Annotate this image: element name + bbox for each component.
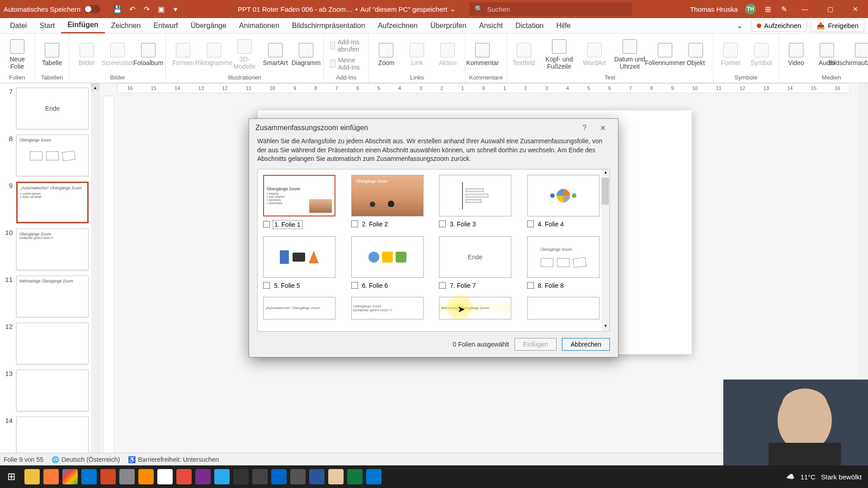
- slide-checkbox[interactable]: [527, 282, 534, 289]
- dialog-slide-thumb[interactable]: [439, 175, 511, 216]
- slide-info[interactable]: Folie 9 von 55: [4, 456, 43, 463]
- slide-thumb-8[interactable]: 8 Übergänge Zoom: [2, 132, 97, 179]
- aufzeichnen-button[interactable]: Aufzeichnen: [751, 19, 807, 32]
- taskbar-app-7[interactable]: [328, 469, 344, 484]
- freigeben-button[interactable]: 📤Freigeben: [811, 19, 864, 32]
- dialog-slide-item[interactable]: Übergänge Zoom8. Folie 8: [527, 236, 604, 290]
- dropdown-icon[interactable]: ▾: [171, 5, 180, 14]
- slide-checkbox[interactable]: [439, 282, 446, 289]
- dialog-slide-item[interactable]: 4. Folie 4: [527, 175, 604, 229]
- accessibility-status[interactable]: ♿Barrierefreiheit: Untersuchen: [128, 456, 219, 463]
- video-button[interactable]: Video: [783, 35, 810, 74]
- tools-icon-2[interactable]: ✎: [779, 5, 788, 14]
- slide-thumb-10[interactable]: 10 Übergänge ZoomEinfacher geht's nicht …: [2, 226, 97, 273]
- slide-thumb-7[interactable]: 7 Ende: [2, 85, 97, 132]
- slide-thumb-12[interactable]: 12: [2, 320, 97, 367]
- dialog-slide-item[interactable]: Übergänge ZoomEinfacher geht's nicht !?: [351, 297, 429, 319]
- dialog-slide-thumb[interactable]: Übergänge Zoom• Header• Get Started• Sec…: [263, 175, 335, 216]
- windows-taskbar[interactable]: ⊞ ☁️ 11°C Stark bewölkt: [0, 465, 868, 488]
- slideshow-icon[interactable]: ▣: [156, 5, 165, 14]
- taskbar-app-3[interactable]: [176, 469, 192, 484]
- minimize-button[interactable]: —: [796, 0, 814, 18]
- dialog-slide-thumb[interactable]: Übergänge Zoom: [351, 175, 424, 216]
- taskbar-explorer[interactable]: [24, 469, 40, 484]
- chevron-down-icon[interactable]: ⌄: [450, 5, 456, 13]
- taskbar-excel[interactable]: [347, 469, 363, 484]
- taskbar-app-6[interactable]: [290, 469, 306, 484]
- dialog-slide-thumb[interactable]: [263, 236, 335, 278]
- maximize-button[interactable]: ▢: [821, 0, 839, 18]
- taskbar-app-1[interactable]: [119, 469, 135, 484]
- comment-button[interactable]: Kommentar: [469, 35, 496, 74]
- zoom-button[interactable]: Zoom: [373, 35, 400, 74]
- scroll-up-icon[interactable]: ▴: [91, 83, 99, 91]
- tab-einfuegen[interactable]: Einfügen: [61, 18, 104, 33]
- save-icon[interactable]: 💾: [113, 5, 122, 14]
- dialog-slide-item[interactable]: Übergänge Zoom• Header• Get Started• Sec…: [263, 175, 340, 229]
- smartart-button[interactable]: SmartArt: [262, 35, 289, 74]
- collapse-ribbon-icon[interactable]: ⌄: [732, 22, 747, 30]
- slide-thumb-9[interactable]: 9 „Automatischer" Übergänge Zoom• Lorem …: [2, 179, 97, 226]
- taskbar-telegram[interactable]: [214, 469, 230, 484]
- tab-ansicht[interactable]: Ansicht: [473, 18, 509, 33]
- slide-checkbox[interactable]: [263, 221, 270, 228]
- icons-button[interactable]: Piktogramme: [200, 35, 227, 74]
- slide-checkbox[interactable]: [351, 282, 358, 289]
- action-button[interactable]: Aktion: [434, 35, 461, 74]
- tab-datei[interactable]: Datei: [4, 18, 33, 33]
- screenrecord-button[interactable]: Bildschirmaufzeichnung: [844, 35, 868, 74]
- panel-scrollbar[interactable]: ▴ ▾: [91, 83, 99, 465]
- dialog-slide-item[interactable]: 6. Folie 6: [351, 236, 429, 290]
- slide-thumb-11[interactable]: 11 Mehrseitige Übergänge Zoom: [2, 273, 97, 320]
- equation-button[interactable]: Formel: [717, 35, 744, 74]
- shapes-button[interactable]: Formen: [170, 35, 197, 74]
- user-name[interactable]: Thomas Hruska: [690, 5, 738, 13]
- tab-zeichnen[interactable]: Zeichnen: [105, 18, 147, 33]
- taskbar-app-5[interactable]: [271, 469, 287, 484]
- dialog-grid-container[interactable]: Übergänge Zoom• Header• Get Started• Sec…: [257, 169, 610, 332]
- taskbar-onenote[interactable]: [195, 469, 211, 484]
- tab-uebergaenge[interactable]: Übergänge: [184, 18, 233, 33]
- weather-icon[interactable]: ☁️: [786, 473, 795, 481]
- dialog-close-button[interactable]: ✕: [594, 119, 612, 137]
- undo-icon[interactable]: ↶: [127, 5, 137, 14]
- tab-bildschirm[interactable]: Bildschirmpräsentation: [286, 18, 372, 33]
- dialog-help-button[interactable]: ?: [576, 119, 594, 137]
- search-box[interactable]: 🔍: [469, 2, 632, 16]
- toggle-switch[interactable]: [84, 5, 100, 13]
- start-button[interactable]: ⊞: [0, 465, 23, 488]
- tab-entwurf[interactable]: Entwurf: [147, 18, 184, 33]
- tab-ueberpruefen[interactable]: Überprüfen: [424, 18, 473, 33]
- taskbar-chrome[interactable]: [62, 469, 78, 484]
- document-name[interactable]: PPT 01 Roter Faden 006 - ab Zoom…: [238, 5, 353, 13]
- chart-button[interactable]: Diagramm: [292, 35, 320, 74]
- autosave-toggle[interactable]: Automatisches Speichern: [4, 5, 100, 13]
- dialog-slide-thumb[interactable]: [527, 175, 599, 216]
- link-button[interactable]: Link: [403, 35, 430, 74]
- search-input[interactable]: [487, 5, 627, 13]
- get-addins-button[interactable]: Add-Ins abrufen: [327, 38, 365, 54]
- datetime-button[interactable]: Datum und Uhrzeit: [612, 35, 648, 74]
- slide-checkbox[interactable]: [263, 282, 270, 289]
- table-button[interactable]: Tabelle: [38, 35, 66, 74]
- textbox-button[interactable]: Textfeld: [510, 35, 538, 74]
- scrollbar-thumb[interactable]: [602, 178, 609, 205]
- dialog-slide-item[interactable]: 5. Folie 5: [263, 236, 340, 290]
- weather-text[interactable]: Stark bewölkt: [821, 473, 862, 481]
- screenshot-button[interactable]: Screenshot: [104, 35, 131, 74]
- object-button[interactable]: Objekt: [682, 35, 709, 74]
- close-button[interactable]: ✕: [846, 0, 864, 18]
- taskbar-word[interactable]: [309, 469, 325, 484]
- dialog-slide-item[interactable]: „Automatischer" Übergänge Zoom: [263, 297, 340, 319]
- language-status[interactable]: 🌐Deutsch (Österreich): [52, 456, 120, 463]
- dialog-slide-thumb[interactable]: Übergänge Zoom: [527, 236, 599, 278]
- pictures-button[interactable]: Bilder: [73, 35, 100, 74]
- 3dmodels-button[interactable]: 3D-Modelle: [231, 35, 258, 74]
- taskbar-app-2[interactable]: [157, 469, 173, 484]
- photoalbum-button[interactable]: Fotoalbum: [135, 35, 162, 74]
- grid-scrollbar[interactable]: ▴ ▾: [601, 169, 609, 331]
- header-footer-button[interactable]: Kopf- und Fußzeile: [541, 35, 577, 74]
- taskbar-app-4[interactable]: [233, 469, 249, 484]
- tab-hilfe[interactable]: Hilfe: [550, 18, 577, 33]
- wordart-button[interactable]: WordArt: [581, 35, 608, 74]
